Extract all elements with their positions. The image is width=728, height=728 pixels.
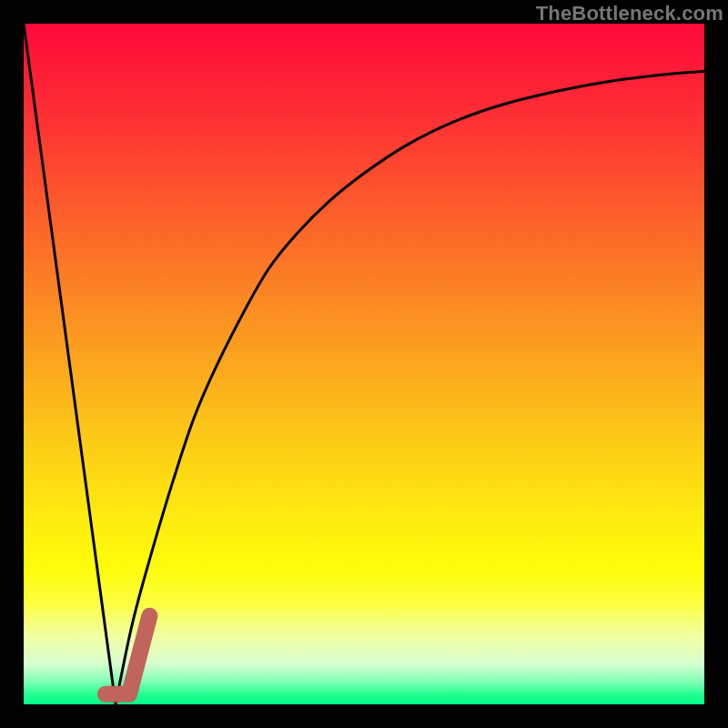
bottleneck-chart (24, 24, 704, 704)
watermark-text: TheBottleneck.com (536, 2, 723, 25)
plot-background (24, 24, 704, 704)
chart-frame: TheBottleneck.com (0, 0, 728, 728)
